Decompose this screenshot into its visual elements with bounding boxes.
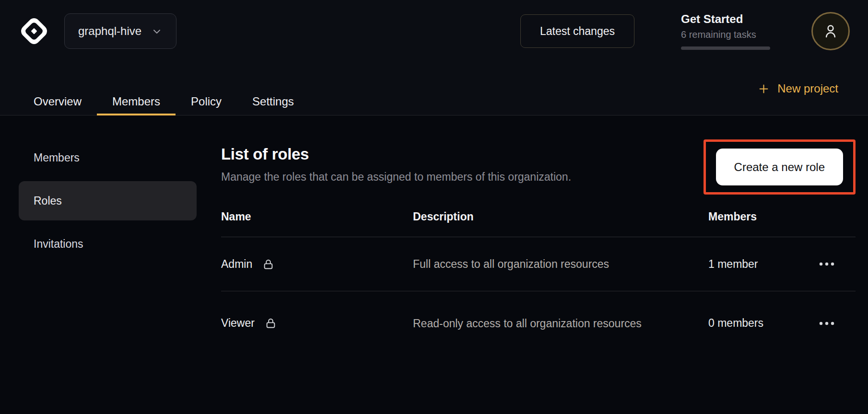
page-title: List of roles bbox=[221, 145, 571, 163]
roles-header: List of roles Manage the roles that can … bbox=[221, 115, 856, 195]
main-content: Members Roles Invitations List of roles … bbox=[0, 115, 868, 414]
app-root: graphql-hive Latest changes Get Started … bbox=[0, 0, 868, 414]
lock-icon bbox=[264, 317, 277, 330]
table-row-viewer: Viewer Read-only access to all organizat… bbox=[221, 291, 856, 355]
role-name-cell: Admin bbox=[221, 258, 413, 271]
tab-members[interactable]: Members bbox=[97, 95, 176, 115]
roles-table: Name Description Members Admin bbox=[221, 210, 856, 355]
org-selector[interactable]: graphql-hive bbox=[64, 13, 176, 49]
role-name-cell: Viewer bbox=[221, 317, 413, 330]
sidebar-item-members[interactable]: Members bbox=[19, 138, 197, 177]
table-row-admin: Admin Full access to all organization re… bbox=[221, 237, 856, 291]
role-description: Read-only access to all organization res… bbox=[413, 315, 653, 332]
tab-overview[interactable]: Overview bbox=[18, 95, 97, 115]
column-header-members: Members bbox=[708, 210, 819, 223]
column-header-name: Name bbox=[221, 210, 413, 223]
role-members-count: 1 member bbox=[708, 258, 819, 271]
new-project-button[interactable]: New project bbox=[757, 82, 838, 95]
annotation-highlight-box: Create a new role bbox=[704, 139, 856, 195]
create-role-button[interactable]: Create a new role bbox=[716, 149, 843, 185]
hive-logo-icon[interactable] bbox=[18, 15, 50, 47]
row-menu-button[interactable] bbox=[819, 316, 835, 331]
new-project-label: New project bbox=[777, 82, 838, 95]
get-started-progress-bar bbox=[681, 46, 770, 50]
tab-policy[interactable]: Policy bbox=[176, 95, 237, 115]
roles-table-header: Name Description Members bbox=[221, 210, 856, 237]
sidebar-item-roles[interactable]: Roles bbox=[19, 181, 197, 220]
ellipsis-icon bbox=[819, 321, 835, 326]
row-menu-button[interactable] bbox=[819, 257, 835, 271]
org-tab-bar: Overview Members Policy Settings New pro… bbox=[0, 62, 868, 115]
role-description: Full access to all organization resource… bbox=[413, 255, 653, 273]
user-avatar-button[interactable] bbox=[811, 12, 850, 50]
user-icon bbox=[821, 22, 840, 40]
sidebar: Members Roles Invitations bbox=[19, 115, 197, 267]
tab-settings[interactable]: Settings bbox=[237, 95, 309, 115]
ellipsis-icon bbox=[819, 262, 835, 266]
roles-section: List of roles Manage the roles that can … bbox=[221, 115, 856, 355]
get-started-title: Get Started bbox=[681, 12, 770, 26]
lock-icon bbox=[262, 258, 275, 271]
org-selector-value: graphql-hive bbox=[78, 24, 141, 38]
get-started-subtitle: 6 remaining tasks bbox=[681, 29, 770, 40]
get-started-widget[interactable]: Get Started 6 remaining tasks bbox=[681, 12, 770, 50]
page-subtitle: Manage the roles that can be assigned to… bbox=[221, 171, 571, 184]
role-members-count: 0 members bbox=[708, 317, 819, 330]
column-header-description: Description bbox=[413, 210, 708, 223]
latest-changes-button[interactable]: Latest changes bbox=[520, 14, 634, 48]
role-name: Viewer bbox=[221, 317, 255, 330]
role-name: Admin bbox=[221, 258, 252, 271]
sidebar-item-invitations[interactable]: Invitations bbox=[19, 224, 197, 264]
plus-icon bbox=[757, 82, 770, 95]
roles-header-text: List of roles Manage the roles that can … bbox=[221, 145, 571, 184]
chevron-down-icon bbox=[151, 25, 163, 37]
top-bar: graphql-hive Latest changes Get Started … bbox=[0, 0, 868, 62]
